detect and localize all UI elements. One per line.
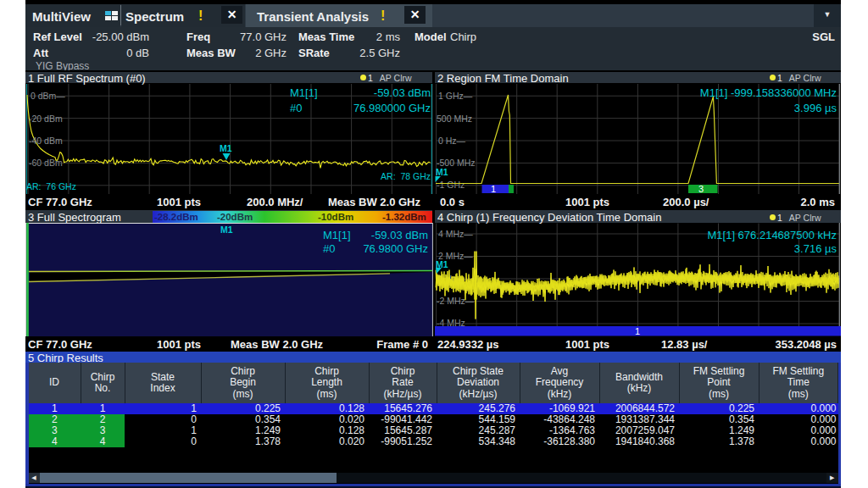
svg-text:3: 3	[698, 184, 704, 194]
svg-text:1: 1	[491, 184, 496, 194]
svg-text:1: 1	[635, 326, 640, 336]
